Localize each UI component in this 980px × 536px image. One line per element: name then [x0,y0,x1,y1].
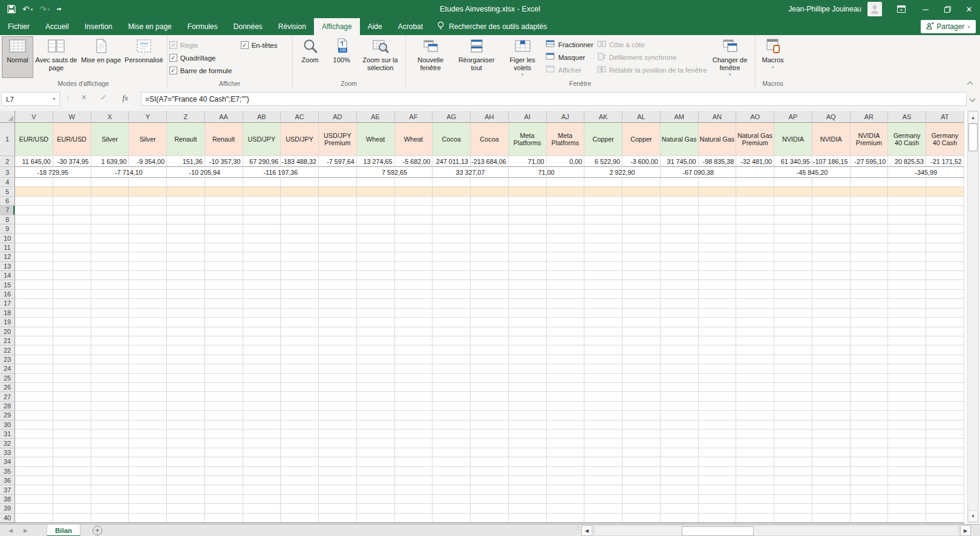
cell-V2[interactable]: 11 645,00 [15,156,53,167]
row-header-11[interactable]: 11 [0,243,15,252]
column-header-AE[interactable]: AE [357,111,395,123]
cell-AC29[interactable] [281,411,319,420]
cell-AR2[interactable]: -27 595,10 [851,156,889,167]
cell-AT27[interactable] [926,392,964,401]
cell-Z10[interactable] [167,234,205,243]
cell-AR18[interactable] [851,309,889,318]
cell-Z25[interactable] [167,374,205,383]
cell-AR7[interactable] [851,206,889,215]
cell-AG15[interactable] [433,280,471,289]
cell-X7[interactable] [91,206,129,215]
cell-AN18[interactable] [699,309,737,318]
cell-AA13[interactable] [205,262,243,271]
cell-AI40[interactable] [509,514,547,523]
row-header-13[interactable]: 13 [0,262,15,271]
cell-AO24[interactable] [736,364,774,373]
cell-AR36[interactable] [851,476,889,485]
cell-AB16[interactable] [243,290,281,299]
cell-AE26[interactable] [357,383,395,392]
cell-AC12[interactable] [281,252,319,261]
cell-X20[interactable] [91,327,129,336]
cell-AM25[interactable] [661,374,699,383]
cell-AC21[interactable] [281,336,319,345]
cell-Z37[interactable] [167,485,205,494]
cell-AN22[interactable] [699,345,737,355]
cell-AE34[interactable] [357,457,395,466]
merged-cell[interactable]: -45 845,20 [774,167,851,178]
cell-AQ16[interactable] [812,290,851,299]
cell-AC14[interactable] [281,271,319,280]
cell-AG20[interactable] [433,327,471,336]
cell-AO38[interactable] [736,495,774,504]
cell-Z27[interactable] [167,392,205,401]
cell-AH12[interactable] [471,252,509,261]
cell-V21[interactable] [15,336,53,345]
cell-AQ11[interactable] [812,243,851,252]
cell-AL11[interactable] [622,243,661,252]
cell-AB8[interactable] [243,215,281,224]
cell-AK32[interactable] [584,439,622,448]
cell-AM8[interactable] [661,215,699,224]
cell-AR13[interactable] [851,262,889,271]
cell-AT19[interactable] [926,318,964,327]
zoom-zoom[interactable]: Zoom [295,36,326,78]
cell-AK23[interactable] [584,355,622,364]
cell-AR35[interactable] [851,467,889,476]
cell-AO17[interactable] [736,299,774,308]
cell-AK35[interactable] [584,467,622,476]
cell-Y40[interactable] [129,514,167,523]
cell-AG29[interactable] [433,411,471,420]
cell-V25[interactable] [15,374,53,383]
cell-AD24[interactable] [319,364,357,373]
cell-W1[interactable]: EUR/USD [53,123,91,156]
cell-AJ36[interactable] [547,476,585,485]
cell-AT11[interactable] [926,243,964,252]
cell-AN9[interactable] [699,224,737,234]
cell-AA2[interactable]: -10 357,30 [205,156,243,167]
cell-AM16[interactable] [661,290,699,299]
cell-AE30[interactable] [357,420,395,430]
cell-AA7[interactable] [205,206,243,215]
cell-AI19[interactable] [509,318,547,327]
cell-AD37[interactable] [319,485,357,494]
cell-AS14[interactable] [888,271,926,280]
cell-AS35[interactable] [888,467,926,476]
cell-AF24[interactable] [395,364,433,373]
cell-AN35[interactable] [699,467,737,476]
cell-AB10[interactable] [243,234,281,243]
cell-AM22[interactable] [661,345,699,355]
cell-AP23[interactable] [774,355,812,364]
cell-AG22[interactable] [433,345,471,355]
cell-AL22[interactable] [622,345,661,355]
cell-AS40[interactable] [888,514,926,523]
cell-AS23[interactable] [888,355,926,364]
cell-AE38[interactable] [357,495,395,504]
cell-AR14[interactable] [851,271,889,280]
cell-X5[interactable] [91,187,129,196]
cell-AA40[interactable] [205,514,243,523]
cell-AC20[interactable] [281,327,319,336]
cell-AO29[interactable] [736,411,774,420]
cell-AJ31[interactable] [547,430,585,439]
cell-AF11[interactable] [395,243,433,252]
cell-AP16[interactable] [774,290,812,299]
cell-V39[interactable] [15,504,53,513]
cell-AJ27[interactable] [547,392,585,401]
cell-AP39[interactable] [774,504,812,513]
cell-AL36[interactable] [622,476,661,485]
name-box[interactable]: L7 ▼ [1,92,60,106]
cell-AB23[interactable] [243,355,281,364]
cell-V10[interactable] [15,234,53,243]
cell-AI10[interactable] [509,234,547,243]
cell-AD22[interactable] [319,345,357,355]
cell-AG31[interactable] [433,430,471,439]
cell-AC39[interactable] [281,504,319,513]
share-button[interactable]: Partager ˅ [921,20,976,33]
cell-AD11[interactable] [319,243,357,252]
column-header-AQ[interactable]: AQ [812,111,851,123]
cell-AI2[interactable]: 71,00 [509,156,547,167]
cell-V22[interactable] [15,345,53,355]
cell-AG8[interactable] [433,215,471,224]
cell-AJ28[interactable] [547,402,585,411]
cell-Y27[interactable] [129,392,167,401]
